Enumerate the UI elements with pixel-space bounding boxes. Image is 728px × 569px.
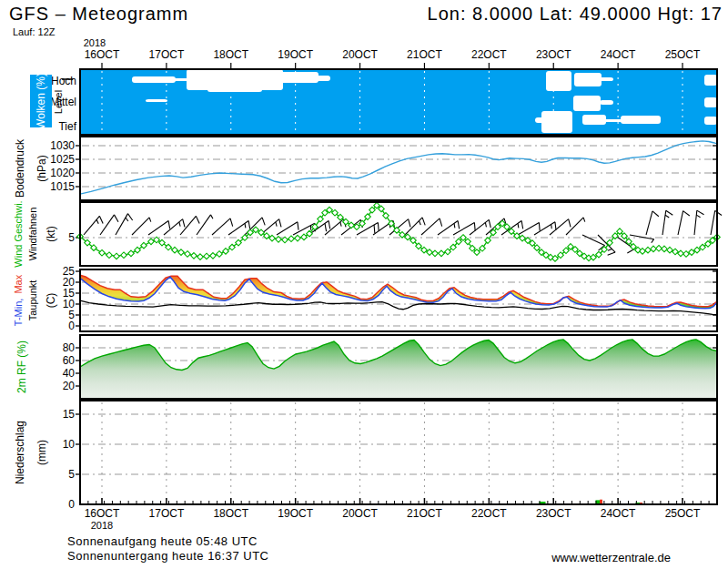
svg-text:1020: 1020 [50, 167, 75, 179]
svg-text:Hoch: Hoch [51, 75, 76, 87]
svg-text:19OCT: 19OCT [278, 48, 313, 61]
svg-text:80: 80 [63, 341, 76, 354]
svg-text:24OCT: 24OCT [601, 48, 636, 61]
svg-text:60: 60 [63, 354, 76, 367]
dewpoint-label: Taupunkt [27, 280, 38, 321]
svg-text:15: 15 [63, 287, 76, 300]
svg-text:23OCT: 23OCT [536, 507, 571, 520]
pressure-unit-label: (hPa) [35, 155, 48, 181]
wind-unit-label: (kt) [45, 226, 57, 241]
svg-text:5: 5 [68, 468, 75, 481]
pressure-label: Bodendruck [14, 139, 26, 198]
wind-panel: 5 [68, 202, 722, 266]
temp-unit-label: (C) [45, 293, 57, 309]
wind-barbs-label: Windfahnen [27, 208, 38, 261]
svg-text:5: 5 [68, 309, 75, 321]
svg-text:1025: 1025 [50, 153, 75, 166]
temp-max-label: Max [13, 275, 24, 294]
svg-text:15: 15 [63, 408, 76, 421]
svg-text:20: 20 [63, 276, 76, 289]
svg-text:10: 10 [63, 438, 76, 451]
svg-text:10: 10 [63, 298, 76, 310]
svg-text:5: 5 [68, 231, 75, 244]
svg-text:2018: 2018 [84, 37, 106, 48]
temp-min-label: T-Min, [13, 299, 24, 327]
bottom-axis: 16OCT17OCT18OCT19OCT20OCT21OCT22OCT23OCT… [85, 507, 701, 531]
svg-text:20OCT: 20OCT [342, 507, 378, 520]
svg-text:22OCT: 22OCT [471, 507, 507, 520]
svg-text:24OCT: 24OCT [601, 507, 636, 520]
svg-text:25OCT: 25OCT [665, 48, 701, 61]
clouds-panel: HochMittelTief [50, 69, 717, 135]
svg-text:20: 20 [63, 380, 76, 392]
svg-text:0: 0 [68, 498, 75, 511]
svg-text:23OCT: 23OCT [536, 48, 571, 61]
pressure-panel: 1015102010251030 [50, 137, 717, 200]
svg-text:19OCT: 19OCT [278, 507, 313, 520]
svg-text:18OCT: 18OCT [213, 48, 248, 61]
svg-text:1015: 1015 [50, 180, 75, 193]
meteogram-chart: 201816OCT17OCT18OCT19OCT20OCT21OCT22OCT2… [0, 0, 728, 569]
svg-text:16OCT: 16OCT [85, 48, 120, 61]
clouds-label: Wolken (%) [35, 73, 47, 129]
temperature-panel: 0510152025 [63, 265, 717, 332]
top-axis: 201816OCT17OCT18OCT19OCT20OCT21OCT22OCT2… [84, 37, 701, 69]
precip-panel: 510150 [63, 401, 717, 511]
svg-text:25OCT: 25OCT [665, 507, 701, 520]
svg-text:16OCT: 16OCT [85, 507, 120, 520]
precip-unit-label: (mm) [35, 440, 48, 465]
svg-text:25: 25 [63, 265, 76, 278]
svg-text:1030: 1030 [50, 139, 75, 152]
svg-text:0: 0 [68, 320, 75, 332]
svg-text:40: 40 [63, 367, 76, 380]
clouds-label-box: Wolken (%) [30, 75, 52, 127]
svg-text:17OCT: 17OCT [149, 48, 185, 61]
svg-text:21OCT: 21OCT [407, 507, 442, 520]
svg-text:17OCT: 17OCT [149, 507, 185, 520]
svg-text:22OCT: 22OCT [471, 48, 507, 61]
precip-label: Niederschlag [14, 421, 26, 484]
sunrise-text: Sonnenaufgang heute 05:48 UTC [67, 534, 258, 548]
svg-text:2018: 2018 [91, 520, 113, 531]
meteogram-screen: GFS – Meteogramm Lon: 8.0000 Lat: 49.000… [0, 0, 728, 569]
humidity-label: 2m RF (%) [15, 340, 28, 393]
svg-text:20OCT: 20OCT [342, 48, 378, 61]
svg-text:18OCT: 18OCT [213, 507, 248, 520]
temp-minmax-label: T-Min,Max [13, 275, 24, 326]
site-url: www.wetterzentrale.de [551, 551, 671, 564]
svg-text:21OCT: 21OCT [407, 48, 442, 61]
humidity-panel: 20406080 [63, 335, 717, 399]
sunset-text: Sonnenuntergang heute 16:37 UTC [67, 549, 269, 563]
svg-text:Tief: Tief [58, 120, 76, 133]
wind-speed-label: Wind Geschwi. [13, 200, 24, 267]
clouds-level-label: Level [53, 90, 64, 114]
